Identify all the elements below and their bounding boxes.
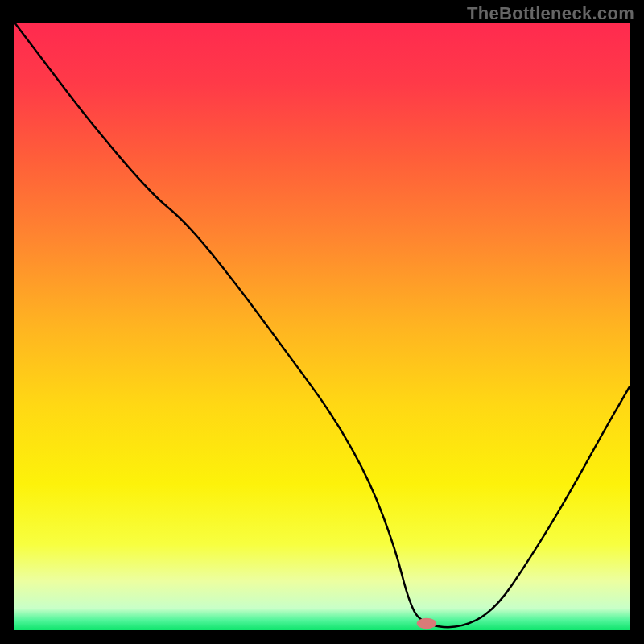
watermark-label: TheBottleneck.com bbox=[467, 3, 634, 24]
optimum-marker bbox=[417, 618, 436, 630]
plot-area bbox=[14, 23, 630, 630]
chart-svg bbox=[14, 23, 630, 630]
chart-frame: TheBottleneck.com bbox=[0, 0, 644, 644]
plot-background bbox=[14, 23, 630, 630]
